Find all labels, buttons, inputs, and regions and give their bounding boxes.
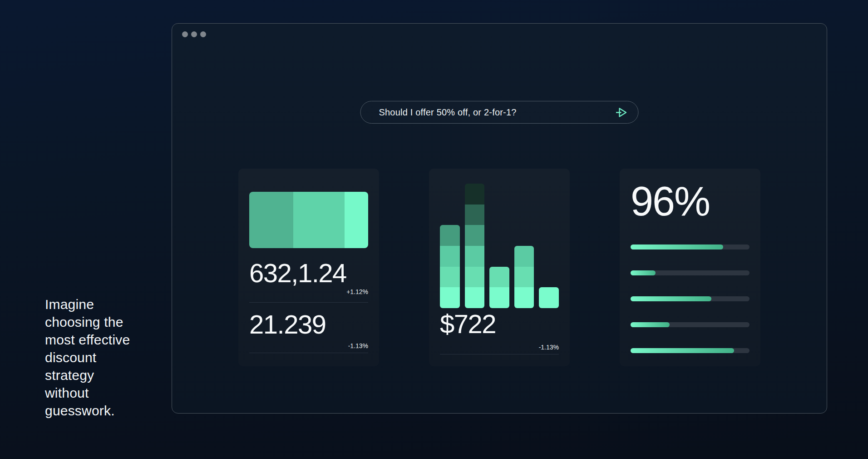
- progress-track: [631, 244, 750, 249]
- vertical-bar-chart: [440, 180, 559, 308]
- progress-fill: [631, 244, 723, 249]
- segmented-bar-chart: [249, 192, 368, 248]
- progress-fill: [631, 296, 711, 301]
- progress-track: [631, 270, 750, 275]
- chart-bar: [539, 287, 559, 308]
- chart-bar: [514, 246, 534, 308]
- page: Imagine choosing the most effective disc…: [0, 0, 868, 459]
- send-triangle-icon[interactable]: [615, 106, 628, 119]
- progress-track: [631, 322, 750, 327]
- window-dot-icon[interactable]: [191, 31, 197, 37]
- stat-primary-delta: +1.12%: [249, 288, 368, 295]
- prompt-bar[interactable]: Should I offer 50% off, or 2-for-1?: [360, 101, 639, 124]
- bar-segment: [293, 192, 345, 248]
- chart-bar: [465, 184, 485, 308]
- progress-track: [631, 348, 750, 353]
- progress-fill: [631, 270, 656, 275]
- bar-chart-delta: -1.13%: [440, 344, 559, 351]
- progress-fill: [631, 322, 670, 327]
- chart-bar: [440, 225, 460, 308]
- divider: [249, 353, 368, 353]
- window-controls: [182, 31, 206, 37]
- chart-bar: [489, 267, 509, 308]
- bar-chart-card: $722 -1.13%: [429, 169, 570, 366]
- app-window: Should I offer 50% off, or 2-for-1? 632,…: [172, 23, 827, 414]
- bar-chart-value: $722: [440, 310, 559, 338]
- stat-primary-value: 632,1.24: [249, 259, 368, 287]
- window-dot-icon[interactable]: [182, 31, 188, 37]
- divider: [249, 302, 368, 303]
- progress-bar-list: [631, 244, 750, 353]
- progress-card: 96%: [620, 169, 760, 366]
- progress-headline: 96%: [631, 180, 750, 223]
- dashboard-cards: 632,1.24 +1.12% 21.239 -1.13% $722 -1.13…: [238, 169, 760, 366]
- bar-segment: [345, 192, 368, 248]
- progress-track: [631, 296, 750, 301]
- stat-secondary-value: 21.239: [249, 310, 368, 339]
- stat-card: 632,1.24 +1.12% 21.239 -1.13%: [238, 169, 379, 366]
- aside-tagline: Imagine choosing the most effective disc…: [45, 295, 163, 419]
- prompt-input[interactable]: Should I offer 50% off, or 2-for-1?: [361, 107, 615, 118]
- progress-fill: [631, 348, 734, 353]
- stat-secondary-delta: -1.13%: [249, 342, 368, 349]
- window-dot-icon[interactable]: [200, 31, 206, 37]
- divider: [440, 354, 559, 354]
- bar-segment: [249, 192, 293, 248]
